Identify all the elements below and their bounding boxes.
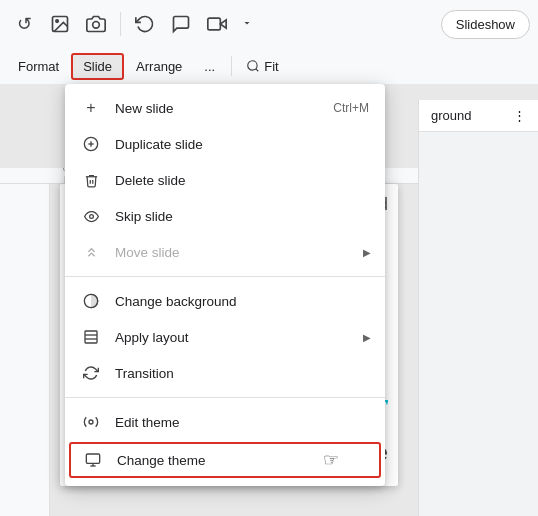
zoom-label: Fit xyxy=(264,59,278,74)
slideshow-button[interactable]: Slideshow xyxy=(441,10,530,39)
svg-point-1 xyxy=(56,20,59,22)
edit-theme-icon xyxy=(81,412,101,432)
cursor-indicator: ☞ xyxy=(323,449,339,471)
insert-image-icon[interactable] xyxy=(44,8,76,40)
delete-slide-icon xyxy=(81,170,101,190)
skip-slide-icon xyxy=(81,206,101,226)
toolbar: ↺ Slideshow xyxy=(0,0,538,48)
svg-rect-4 xyxy=(208,18,221,30)
slide-dropdown-menu: + New slide Ctrl+M Duplicate slide Delet… xyxy=(65,84,385,486)
change-background-icon xyxy=(81,291,101,311)
undo-icon[interactable]: ↺ xyxy=(8,8,40,40)
side-panel-label: ground xyxy=(431,108,471,123)
change-background-label: Change background xyxy=(115,294,369,309)
svg-marker-3 xyxy=(220,20,226,28)
svg-rect-12 xyxy=(85,331,97,343)
svg-point-2 xyxy=(93,22,100,29)
new-slide-icon: + xyxy=(81,98,101,118)
left-panel xyxy=(0,168,50,516)
svg-line-6 xyxy=(256,69,259,72)
duplicate-slide-label: Duplicate slide xyxy=(115,137,369,152)
edit-theme-label: Edit theme xyxy=(115,415,369,430)
svg-point-10 xyxy=(89,214,93,218)
skip-slide-label: Skip slide xyxy=(115,209,369,224)
apply-layout-icon xyxy=(81,327,101,347)
side-panel: ground ⋮ xyxy=(418,100,538,516)
dropdown-item-delete-slide[interactable]: Delete slide xyxy=(65,162,385,198)
duplicate-slide-icon xyxy=(81,134,101,154)
side-panel-header: ground ⋮ xyxy=(419,100,538,132)
video-icon[interactable] xyxy=(201,8,233,40)
svg-rect-16 xyxy=(86,454,99,463)
dropdown-item-duplicate-slide[interactable]: Duplicate slide xyxy=(65,126,385,162)
dropdown-item-edit-theme[interactable]: Edit theme xyxy=(65,404,385,440)
new-slide-shortcut: Ctrl+M xyxy=(333,101,369,115)
dropdown-item-skip-slide[interactable]: Skip slide xyxy=(65,198,385,234)
separator-2 xyxy=(65,397,385,398)
new-slide-label: New slide xyxy=(115,101,319,116)
dropdown-item-new-slide[interactable]: + New slide Ctrl+M xyxy=(65,90,385,126)
change-theme-icon xyxy=(83,450,103,470)
transition-icon xyxy=(81,363,101,383)
dropdown-item-move-slide[interactable]: Move slide xyxy=(65,234,385,270)
delete-slide-label: Delete slide xyxy=(115,173,369,188)
svg-point-5 xyxy=(248,61,257,70)
comment-icon[interactable] xyxy=(165,8,197,40)
apply-layout-label: Apply layout xyxy=(115,330,369,345)
dropdown-item-transition[interactable]: Transition xyxy=(65,355,385,391)
camera-icon[interactable] xyxy=(80,8,112,40)
zoom-control[interactable]: Fit xyxy=(238,57,286,76)
dropdown-item-change-theme[interactable]: Change theme ☞ xyxy=(69,442,381,478)
side-panel-more-icon[interactable]: ⋮ xyxy=(513,108,526,123)
menu-item-more[interactable]: ... xyxy=(194,55,225,78)
dropdown-item-change-background[interactable]: Change background xyxy=(65,283,385,319)
dropdown-item-apply-layout[interactable]: Apply layout xyxy=(65,319,385,355)
menu-item-format[interactable]: Format xyxy=(8,55,69,78)
menu-item-arrange[interactable]: Arrange xyxy=(126,55,192,78)
move-slide-icon xyxy=(81,242,101,262)
move-slide-label: Move slide xyxy=(115,245,369,260)
transition-label: Transition xyxy=(115,366,369,381)
history-icon[interactable] xyxy=(129,8,161,40)
svg-point-15 xyxy=(89,420,93,424)
separator-1 xyxy=(65,276,385,277)
menubar: Format Slide Arrange ... Fit xyxy=(0,48,538,84)
menu-item-slide[interactable]: Slide xyxy=(71,53,124,80)
